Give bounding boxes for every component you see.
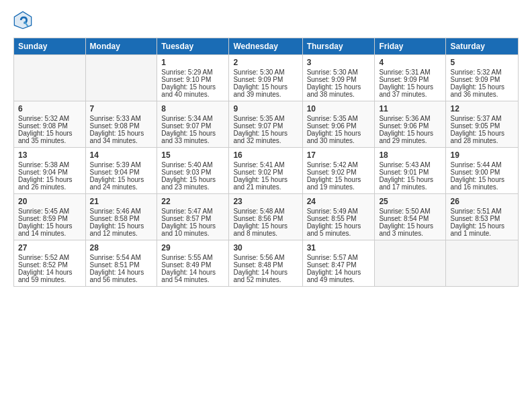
calendar-cell: 14Sunrise: 5:39 AMSunset: 9:04 PMDayligh… [85,148,157,194]
cell-info-line: Daylight: 15 hours [379,176,441,183]
cell-info-line: Sunset: 9:02 PM [233,169,298,176]
calendar-cell [85,55,157,101]
calendar-cell: 2Sunrise: 5:30 AMSunset: 9:09 PMDaylight… [229,55,302,101]
cell-info-line: Sunrise: 5:55 AM [161,254,224,261]
day-number: 5 [450,58,514,67]
calendar-cell: 1Sunrise: 5:29 AMSunset: 9:10 PMDaylight… [157,55,229,101]
calendar-cell: 26Sunrise: 5:51 AMSunset: 8:53 PMDayligh… [446,194,519,240]
calendar-cell: 24Sunrise: 5:49 AMSunset: 8:55 PMDayligh… [302,194,375,240]
cell-info-line: and 12 minutes. [90,230,153,237]
cell-info-line: Sunset: 8:58 PM [90,215,153,222]
calendar-cell: 3Sunrise: 5:30 AMSunset: 9:09 PMDaylight… [302,55,375,101]
cell-info-line: Sunrise: 5:54 AM [90,254,153,261]
cell-info-line: Sunrise: 5:42 AM [307,161,371,169]
day-number: 30 [233,243,298,253]
day-number: 31 [307,243,371,253]
cell-info-line: Daylight: 15 hours [379,222,441,230]
day-number: 6 [18,104,81,113]
cell-info-line: Sunrise: 5:34 AM [161,115,224,122]
cell-info-line: and 16 minutes. [450,183,514,191]
cell-info-line: Sunset: 8:59 PM [18,215,81,222]
day-number: 26 [450,197,514,206]
cell-info-line: Daylight: 15 hours [18,222,81,230]
cell-info-line: Sunset: 9:07 PM [161,122,224,130]
day-header-monday: Monday [85,38,157,55]
calendar-cell: 12Sunrise: 5:37 AMSunset: 9:05 PMDayligh… [446,101,519,148]
calendar-cell: 29Sunrise: 5:55 AMSunset: 8:49 PMDayligh… [157,240,229,287]
day-number: 12 [450,104,514,113]
cell-info-line: and 23 minutes. [161,183,224,191]
cell-info-line: Daylight: 14 hours [161,269,224,276]
cell-info-line: Sunrise: 5:48 AM [233,208,298,215]
calendar-cell: 28Sunrise: 5:54 AMSunset: 8:51 PMDayligh… [85,240,157,287]
cell-info-line: and 1 minute. [450,230,514,237]
cell-info-line: Daylight: 15 hours [233,130,298,137]
cell-info-line: Sunset: 9:00 PM [450,169,514,176]
cell-info-line: Sunset: 9:04 PM [90,169,153,176]
cell-info-line: Sunset: 8:49 PM [161,261,224,269]
calendar-cell: 17Sunrise: 5:42 AMSunset: 9:02 PMDayligh… [302,148,375,194]
cell-info-line: Sunset: 8:54 PM [379,215,441,222]
cell-info-line: and 34 minutes. [90,137,153,144]
calendar-cell: 11Sunrise: 5:36 AMSunset: 9:06 PMDayligh… [375,101,446,148]
cell-info-line: Daylight: 14 hours [18,269,81,276]
cell-info-line: Sunrise: 5:44 AM [450,161,514,169]
cell-info-line: Sunrise: 5:49 AM [307,208,371,215]
cell-info-line: Sunrise: 5:31 AM [379,68,441,76]
day-header-saturday: Saturday [446,38,519,55]
day-number: 28 [90,243,153,253]
cell-info-line: Daylight: 15 hours [233,176,298,183]
day-header-friday: Friday [375,38,446,55]
calendar-cell: 23Sunrise: 5:48 AMSunset: 8:56 PMDayligh… [229,194,302,240]
calendar-cell: 13Sunrise: 5:38 AMSunset: 9:04 PMDayligh… [14,148,86,194]
day-number: 23 [233,197,298,206]
cell-info-line: Daylight: 15 hours [307,83,371,91]
cell-info-line: Sunrise: 5:37 AM [450,115,514,122]
calendar-cell: 20Sunrise: 5:45 AMSunset: 8:59 PMDayligh… [14,194,86,240]
calendar-cell: 6Sunrise: 5:32 AMSunset: 9:08 PMDaylight… [14,101,86,148]
calendar-cell: 30Sunrise: 5:56 AMSunset: 8:48 PMDayligh… [229,240,302,287]
cell-info-line: Daylight: 15 hours [450,176,514,183]
cell-info-line: Daylight: 14 hours [307,269,371,276]
cell-info-line: Sunrise: 5:41 AM [233,161,298,169]
cell-info-line: Sunrise: 5:35 AM [233,115,298,122]
cell-info-line: Sunset: 8:48 PM [233,261,298,269]
cell-info-line: Sunrise: 5:32 AM [18,115,81,122]
cell-info-line: Sunset: 9:01 PM [379,169,441,176]
cell-info-line: Sunrise: 5:30 AM [233,68,298,76]
calendar-cell: 7Sunrise: 5:33 AMSunset: 9:08 PMDaylight… [85,101,157,148]
cell-info-line: Daylight: 15 hours [161,83,224,91]
calendar-table: SundayMondayTuesdayWednesdayThursdayFrid… [13,38,519,287]
cell-info-line: Daylight: 15 hours [90,176,153,183]
logo [13,11,34,30]
cell-info-line: Sunset: 8:57 PM [161,215,224,222]
cell-info-line: and 56 minutes. [90,276,153,283]
cell-info-line: Sunset: 9:09 PM [379,76,441,83]
cell-info-line: Daylight: 15 hours [379,83,441,91]
cell-info-line: Sunset: 9:06 PM [379,122,441,130]
cell-info-line: and 28 minutes. [450,137,514,144]
day-number: 24 [307,197,371,206]
cell-info-line: Daylight: 15 hours [379,130,441,137]
cell-info-line: Sunset: 9:03 PM [161,169,224,176]
day-number: 19 [450,150,514,160]
cell-info-line: Daylight: 14 hours [90,269,153,276]
cell-info-line: Sunrise: 5:43 AM [379,161,441,169]
cell-info-line: Daylight: 14 hours [233,269,298,276]
calendar-cell: 27Sunrise: 5:52 AMSunset: 8:52 PMDayligh… [14,240,86,287]
cell-info-line: Daylight: 15 hours [450,222,514,230]
cell-info-line: Sunrise: 5:33 AM [90,115,153,122]
cell-info-line: and 29 minutes. [379,137,441,144]
cell-info-line: and 17 minutes. [379,183,441,191]
cell-info-line: Sunrise: 5:51 AM [450,208,514,215]
cell-info-line: Sunrise: 5:40 AM [161,161,224,169]
day-number: 22 [161,197,224,206]
cell-info-line: Sunset: 9:04 PM [18,169,81,176]
cell-info-line: and 39 minutes. [233,91,298,98]
day-number: 9 [233,104,298,113]
calendar-cell: 5Sunrise: 5:32 AMSunset: 9:09 PMDaylight… [446,55,519,101]
cell-info-line: Sunrise: 5:52 AM [18,254,81,261]
day-number: 2 [233,58,298,67]
cell-info-line: Sunset: 9:09 PM [307,76,371,83]
day-number: 7 [90,104,153,113]
